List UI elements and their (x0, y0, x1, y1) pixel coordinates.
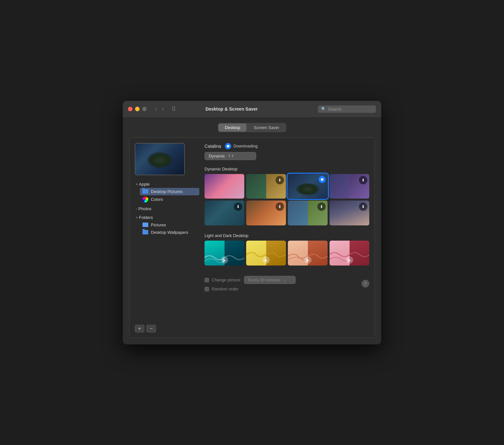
chevron-right-icon: › (136, 207, 137, 211)
sidebar-item-folders[interactable]: ▾ Folders (135, 214, 199, 221)
maximize-button[interactable] (142, 107, 147, 111)
chevron-down-icon: ▾ (136, 182, 138, 186)
add-source-button[interactable]: + (135, 325, 144, 332)
main-window: ‹ › ⠿ Desktop & Screen Saver 🔍 Desktop S… (123, 101, 381, 344)
search-icon: 🔍 (321, 107, 326, 111)
tab-screensaver[interactable]: Screen Saver (247, 124, 286, 132)
desktop-wallpapers-label: Desktop Wallpapers (151, 230, 188, 235)
search-box[interactable]: 🔍 (318, 105, 376, 113)
light-dark-section: Light and Dark Desktop (205, 233, 369, 269)
table-row[interactable]: ⬇ (288, 201, 328, 225)
dynamic-dropdown-label: Dynamic (209, 154, 225, 158)
interval-dropdown[interactable]: Every 30 minutes ⌄ (244, 276, 296, 284)
play-icon: ▶ (221, 256, 228, 264)
table-row[interactable] (205, 174, 244, 199)
downloading-indicator: Downloading (225, 143, 257, 149)
wallpaper-name: Catalina (205, 144, 221, 149)
table-row[interactable]: ⬇ (246, 174, 286, 199)
play-icon: ▶ (304, 256, 311, 264)
table-row[interactable] (288, 174, 328, 199)
light-dark-grid: ▶ (205, 241, 369, 266)
sidebar-item-pictures[interactable]: Pictures (140, 221, 199, 229)
sidebar-tree: ▾ Apple Desktop Pictures Colors (135, 180, 199, 321)
list-item[interactable]: ▶ (205, 241, 244, 266)
folders-label: Folders (139, 215, 153, 220)
list-item[interactable]: ▶ (330, 241, 369, 266)
progress-circle (225, 143, 231, 149)
change-picture-checkbox[interactable] (205, 278, 209, 282)
table-row[interactable]: ⬇ (330, 174, 369, 199)
remove-source-button[interactable]: − (146, 325, 156, 332)
downloading-label: Downloading (233, 144, 257, 148)
titlebar: ‹ › ⠿ Desktop & Screen Saver 🔍 (123, 101, 381, 118)
table-row[interactable]: ⬇ (205, 201, 244, 225)
sidebar-bottom: + − (135, 325, 199, 332)
change-picture-label: Change picture: (212, 277, 241, 282)
pictures-label: Pictures (151, 222, 166, 227)
tab-group: Desktop Screen Saver (218, 123, 286, 132)
help-button[interactable]: ? (362, 280, 369, 288)
change-picture-row: Change picture: Every 30 minutes ⌄ (205, 276, 296, 284)
dynamic-desktop-section: Dynamic Desktop ⬇ (205, 167, 369, 230)
play-icon: ▶ (346, 256, 353, 264)
sidebar-item-apple[interactable]: ▾ Apple (135, 180, 199, 188)
sidebar-item-colors[interactable]: Colors (140, 195, 199, 204)
desktop-pictures-label: Desktop Pictures (151, 189, 183, 194)
sidebar-item-photos[interactable]: › Photos (135, 205, 199, 212)
right-panel: Catalina Downloading Dynamic ⬆⬇ Dynamic … (205, 143, 369, 332)
pictures-folder-icon (142, 222, 148, 227)
random-order-row: Random order (205, 287, 296, 291)
tabs-row: Desktop Screen Saver (129, 123, 375, 132)
sidebar: ▾ Apple Desktop Pictures Colors (135, 143, 199, 332)
sidebar-item-desktop-pictures[interactable]: Desktop Pictures (140, 188, 199, 195)
dynamic-grid: ⬇ (205, 174, 369, 226)
sidebar-item-desktop-wallpapers[interactable]: Desktop Wallpapers (140, 229, 199, 236)
light-dark-section-title: Light and Dark Desktop (205, 233, 369, 238)
check-group: Change picture: Every 30 minutes ⌄ Rando… (205, 276, 296, 291)
wallpapers-folder-icon (142, 230, 148, 234)
folders-children: Pictures Desktop Wallpapers (140, 221, 199, 236)
random-order-label: Random order (212, 287, 238, 291)
dynamic-section-title: Dynamic Desktop (205, 167, 369, 171)
dropdown-arrows-icon: ⬆⬇ (228, 154, 234, 158)
preview-image (135, 143, 185, 175)
search-input[interactable] (328, 107, 373, 112)
apple-label: Apple (139, 182, 150, 187)
minimize-button[interactable] (135, 107, 140, 111)
tree-group-apple: ▾ Apple Desktop Pictures Colors (135, 180, 199, 204)
interval-arrows-icon: ⌄ (283, 278, 286, 282)
preview-island-shape (147, 152, 173, 168)
dynamic-dropdown[interactable]: Dynamic ⬆⬇ (205, 152, 256, 160)
colors-icon (142, 197, 148, 202)
chevron-down-icon-2: ▾ (136, 216, 138, 219)
colors-label: Colors (151, 197, 163, 202)
tab-desktop[interactable]: Desktop (218, 124, 247, 132)
tree-group-folders: ▾ Folders Pictures Desktop Wallpapers (135, 214, 199, 236)
window-title: Desktop & Screen Saver (149, 106, 314, 112)
tree-group-photos: › Photos (135, 205, 199, 212)
photos-label: Photos (138, 206, 151, 211)
table-row[interactable]: ⬇ (330, 201, 369, 225)
interval-label: Every 30 minutes (248, 277, 280, 282)
random-order-checkbox[interactable] (205, 287, 209, 291)
close-button[interactable] (128, 107, 132, 111)
list-item[interactable]: ▶ (246, 241, 286, 266)
main-panel: ▾ Apple Desktop Pictures Colors (129, 137, 375, 338)
traffic-lights (128, 107, 147, 111)
apple-children: Desktop Pictures Colors (140, 188, 199, 204)
play-icon: ▶ (263, 256, 270, 264)
preview-area (135, 143, 199, 175)
wallpaper-header: Catalina Downloading (205, 143, 369, 149)
content-area: Desktop Screen Saver ▾ (123, 118, 381, 344)
list-item[interactable]: ▶ (288, 241, 328, 266)
download-icon: ⬇ (359, 176, 367, 184)
folder-icon (142, 189, 148, 194)
download-icon: ⬇ (276, 176, 284, 184)
bottom-controls: Change picture: Every 30 minutes ⌄ Rando… (205, 273, 369, 293)
table-row[interactable]: ⬇ (246, 201, 286, 225)
